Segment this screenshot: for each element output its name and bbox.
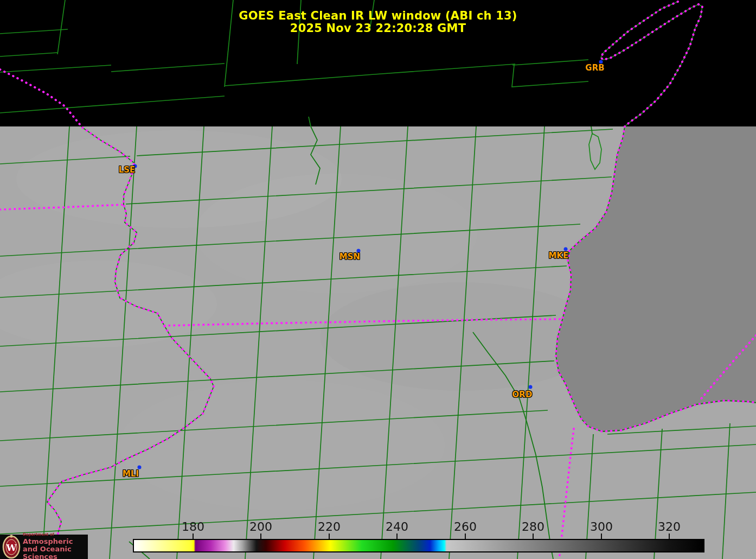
colorbar-tick-240 — [396, 533, 398, 539]
image-title: GOES East Clean IR LW window (ABI ch 13)… — [0, 10, 756, 35]
colorbar-tick-180 — [193, 533, 194, 539]
crest-letter: W — [5, 542, 17, 553]
temperature-colorbar — [133, 539, 704, 552]
colorbar-label-280: 280 — [522, 520, 544, 533]
uw-aos-logo: W Department of Atmospheric and Oceanic … — [0, 535, 88, 559]
uw-logo-text: Department of Atmospheric and Oceanic Sc… — [23, 533, 88, 559]
map-svg — [0, 0, 756, 559]
colorbar-label-260: 260 — [454, 520, 477, 533]
colorbar-label-240: 240 — [386, 520, 408, 533]
station-label-mke: MKE — [549, 251, 569, 261]
uw-crest: W — [0, 535, 22, 559]
title-line-1: GOES East Clean IR LW window (ABI ch 13) — [0, 10, 756, 22]
colorbar-label-300: 300 — [590, 520, 613, 533]
station-label-grb: GRB — [585, 63, 604, 73]
colorbar-tick-260 — [465, 533, 466, 539]
station-label-msn: MSN — [339, 252, 360, 262]
station-dot-ord — [529, 385, 533, 389]
station-label-lse: LSE — [119, 165, 136, 175]
station-label-ord: ORD — [512, 390, 533, 399]
colorbar-label-220: 220 — [318, 520, 341, 533]
logo-dept-line: Department of — [23, 533, 88, 537]
colorbar-tick-200 — [260, 533, 261, 539]
colorbar-tick-220 — [329, 533, 330, 539]
satellite-image-viewport: GOES East Clean IR LW window (ABI ch 13)… — [0, 0, 756, 559]
colorbar-tick-320 — [669, 533, 670, 539]
colorbar-label-180: 180 — [182, 520, 204, 533]
title-line-2: 2025 Nov 23 22:20:28 GMT — [0, 22, 756, 35]
colorbar-label-200: 200 — [249, 520, 272, 533]
logo-line-2: and Oceanic Sciences — [23, 545, 88, 559]
logo-line-1: Atmospheric — [23, 538, 88, 545]
colorbar-tick-300 — [601, 533, 602, 539]
colorbar-tick-280 — [533, 533, 534, 539]
colorbar-label-320: 320 — [658, 520, 681, 533]
station-label-mli: MLI — [123, 469, 139, 479]
